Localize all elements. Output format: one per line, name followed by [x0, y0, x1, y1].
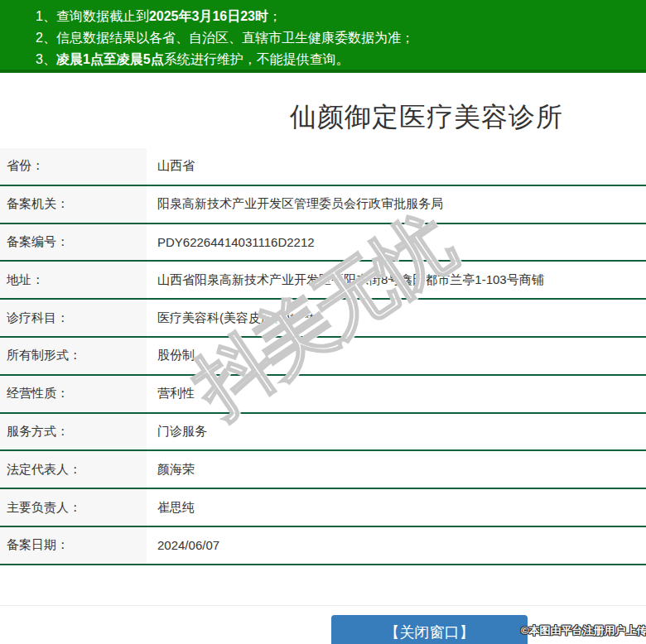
table-row: 备案机关： 阳泉高新技术产业开发区管理委员会行政审批服务局: [0, 186, 646, 224]
row-value: 崔思纯: [149, 489, 646, 526]
row-label: 主要负责人：: [0, 489, 149, 526]
table-row: 服务方式： 门诊服务: [0, 414, 646, 452]
close-window-button[interactable]: 【关闭窗口】: [331, 615, 528, 644]
table-row: 所有制形式： 股份制: [0, 338, 646, 376]
row-value: PDY62264414031116D2212: [149, 224, 646, 261]
notice-line-2-text: 2、信息数据结果以各省、自治区、直辖市卫生健康委数据为准；: [36, 31, 414, 45]
row-label: 经营性质：: [0, 376, 149, 412]
table-row: 备案日期： 2024/06/07: [0, 527, 646, 565]
row-label: 诊疗科目：: [0, 300, 149, 336]
table-row: 地址： 山西省阳泉高新技术产业开发区平阳东街8号鑫田都市兰亭1-103号商铺: [0, 262, 646, 300]
notice-line-3-bold: 凌晨1点至凌晨5点: [56, 52, 164, 66]
row-value: 2024/06/07: [149, 527, 646, 564]
record-table: 省份： 山西省 备案机关： 阳泉高新技术产业开发区管理委员会行政审批服务局 备案…: [0, 148, 646, 565]
row-label: 备案日期：: [0, 527, 149, 564]
table-row: 法定代表人： 颜海荣: [0, 451, 646, 489]
row-value: 医疗美容科(美容皮肤科)******: [149, 300, 646, 336]
page-title: 仙颜御定医疗美容诊所: [207, 98, 646, 136]
row-value: 山西省阳泉高新技术产业开发区平阳东街8号鑫田都市兰亭1-103号商铺: [149, 262, 646, 298]
row-label: 省份：: [0, 148, 149, 185]
row-value: 股份制: [149, 338, 646, 374]
table-row: 省份： 山西省: [0, 148, 646, 186]
row-label: 地址：: [0, 262, 149, 298]
row-value: 门诊服务: [149, 414, 646, 450]
table-row: 主要负责人： 崔思纯: [0, 489, 646, 527]
notice-line-1-text: 1、查询数据截止到: [36, 9, 149, 23]
row-value: 营利性: [149, 376, 646, 412]
notice-line-3-suffix: 系统进行维护，不能提供查询。: [164, 52, 350, 66]
row-label: 备案编号：: [0, 224, 149, 261]
row-value: 山西省: [149, 148, 646, 185]
notice-line-1-bold: 2025年3月16日23时: [149, 9, 268, 23]
bottom-divider: [0, 605, 646, 606]
upload-credit-text: ©本图由平台注册用户上传: [521, 623, 646, 638]
row-value: 阳泉高新技术产业开发区管理委员会行政审批服务局: [149, 186, 646, 223]
row-label: 法定代表人：: [0, 451, 149, 488]
row-value: 颜海荣: [149, 451, 646, 488]
notice-line-2: 2、信息数据结果以各省、自治区、直辖市卫生健康委数据为准；: [36, 27, 646, 49]
notice-line-3: 3、凌晨1点至凌晨5点系统进行维护，不能提供查询。: [36, 49, 646, 70]
row-label: 服务方式：: [0, 414, 149, 450]
notice-line-3-text: 3、: [36, 52, 56, 66]
row-label: 所有制形式：: [0, 338, 149, 374]
table-row: 经营性质： 营利性: [0, 376, 646, 414]
row-label: 备案机关：: [0, 186, 149, 223]
notice-line-1-suffix: ；: [268, 9, 282, 23]
notice-line-1: 1、查询数据截止到2025年3月16日23时；: [36, 6, 646, 27]
table-row: 诊疗科目： 医疗美容科(美容皮肤科)******: [0, 300, 646, 338]
notice-banner: 1、查询数据截止到2025年3月16日23时； 2、信息数据结果以各省、自治区、…: [0, 0, 646, 73]
table-row: 备案编号： PDY62264414031116D2212: [0, 224, 646, 262]
